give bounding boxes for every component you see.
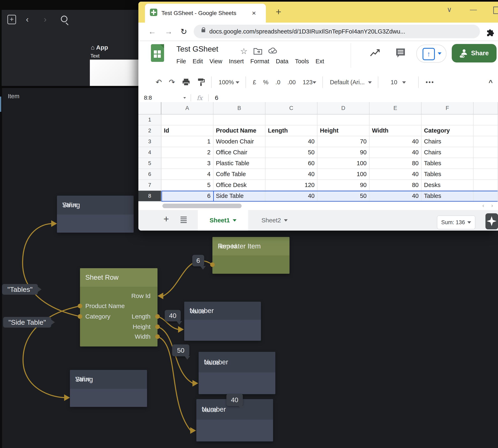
node-string-2[interactable]: String Value [70,370,147,407]
add-node-icon[interactable]: + [7,15,16,24]
row-header-5[interactable]: 5 [138,158,161,169]
search-icon[interactable] [61,16,67,22]
menu-item-edit[interactable]: Edit [193,58,203,65]
close-tab-icon[interactable]: × [252,9,256,17]
column-header-C[interactable]: C [266,102,317,114]
row-header-8[interactable]: 8 [138,191,161,202]
cell[interactable] [161,114,214,125]
percent-format-button[interactable]: % [263,79,268,86]
port-length[interactable] [155,314,160,319]
node-number-1[interactable]: Number Value [184,302,261,341]
text-widget-preview[interactable] [90,60,141,86]
column-header-B[interactable]: B [214,102,266,114]
cell[interactable]: Tables [421,169,474,180]
menu-item-file[interactable]: File [176,58,186,65]
grid-corner[interactable] [138,102,161,114]
all-sheets-icon[interactable] [181,217,187,217]
currency-format-button[interactable]: £ [253,79,256,86]
port-label-value[interactable]: Value [75,374,91,384]
column-header-partial[interactable] [474,102,498,114]
cell[interactable] [214,114,266,125]
cell[interactable] [474,147,498,158]
column-header-D[interactable]: D [317,102,369,114]
scrollbar-thumb[interactable] [163,204,242,208]
doc-title[interactable]: Test GSheet [176,45,218,53]
collapse-toolbar-icon[interactable]: ^ [489,78,493,86]
port-width[interactable] [155,334,160,339]
home-breadcrumb[interactable]: ⌂ App [91,44,108,51]
port-label-value[interactable]: Value [202,405,217,415]
cell[interactable]: 40 [369,169,421,180]
row-header-1[interactable]: 1 [138,114,161,125]
cell[interactable]: Category [421,125,474,136]
extension-icon[interactable] [485,27,495,36]
menu-item-insert[interactable]: Insert [229,58,244,65]
increase-decimals-button[interactable]: .00 [287,79,296,86]
cell[interactable]: 60 [266,158,317,169]
cell[interactable]: Side Table [214,191,266,202]
node-number-2[interactable]: Number Value [199,352,275,394]
menu-item-tools[interactable]: Tools [295,58,309,65]
cell[interactable] [474,136,498,147]
cell[interactable]: 3 [161,158,214,169]
cell[interactable]: 6 [161,191,214,202]
cell[interactable] [474,180,498,191]
present-button[interactable]: ↑ [416,45,446,63]
cell[interactable] [266,114,317,125]
port-category[interactable] [78,314,82,319]
formula-input[interactable]: 6 [215,94,218,101]
cell[interactable]: 40 [369,191,421,202]
port-label-height[interactable]: Height [133,322,150,332]
cell[interactable] [369,114,421,125]
comment-icon[interactable] [395,48,406,58]
port-label-value[interactable]: Value [190,306,205,317]
scroll-left-icon[interactable]: ‹ [482,202,484,209]
font-size-select[interactable]: 10 [391,79,406,86]
port-label-length[interactable]: Length [132,311,150,322]
menu-item-data[interactable]: Data [276,58,288,65]
node-string-1[interactable]: String Value [57,196,134,233]
paint-format-icon[interactable] [197,78,205,86]
node-repeater-item[interactable]: Repeater Item Item Id [212,237,289,274]
row-header-6[interactable]: 6 [138,169,161,180]
cell[interactable]: 90 [317,180,369,191]
redo-icon[interactable]: ↷ [169,78,175,86]
port-height[interactable] [155,324,160,329]
port-label-width[interactable]: Width [135,332,150,342]
cell[interactable]: Id [161,125,214,136]
cell[interactable]: Office Desk [214,180,266,191]
cell[interactable]: 50 [266,147,317,158]
new-tab-icon[interactable]: + [276,6,281,17]
port-product-name[interactable] [78,304,82,308]
port-label-category[interactable]: Category [85,311,110,322]
cell[interactable]: Tables [421,158,474,169]
url-text[interactable]: docs.google.com/spreadsheets/d/1D3IRuxIl… [209,25,405,38]
cell[interactable]: 5 [161,180,214,191]
port-label-value[interactable]: Value [62,200,78,210]
column-header-F[interactable]: F [421,102,474,114]
stats-icon[interactable] [370,48,380,58]
cell[interactable]: 120 [266,180,317,191]
cell[interactable]: Height [317,125,369,136]
cell[interactable]: 40 [369,136,421,147]
port-label-item-id[interactable]: Item Id [218,241,237,251]
column-header-A[interactable]: A [161,102,214,114]
add-sheet-icon[interactable]: + [164,213,169,224]
zoom-select[interactable]: 100% [218,79,239,86]
cell[interactable]: 80 [369,158,421,169]
cell[interactable]: Tables [421,191,474,202]
cell[interactable] [474,191,498,202]
cell[interactable]: 40 [266,169,317,180]
cell[interactable] [474,125,498,136]
star-doc-icon[interactable]: ☆ [240,47,248,56]
nav-back-icon[interactable]: ← [148,27,156,36]
name-box[interactable]: 8:8 [144,95,152,101]
cell[interactable]: 100 [317,169,369,180]
sheet-tab-inactive[interactable]: Sheet2 [252,210,297,231]
more-formats-button[interactable]: 123 [303,79,316,86]
cell[interactable]: 100 [317,158,369,169]
cell[interactable]: 2 [161,147,214,158]
cell[interactable] [317,114,369,125]
scroll-right-icon[interactable]: › [491,202,493,209]
explore-button[interactable] [485,213,498,229]
